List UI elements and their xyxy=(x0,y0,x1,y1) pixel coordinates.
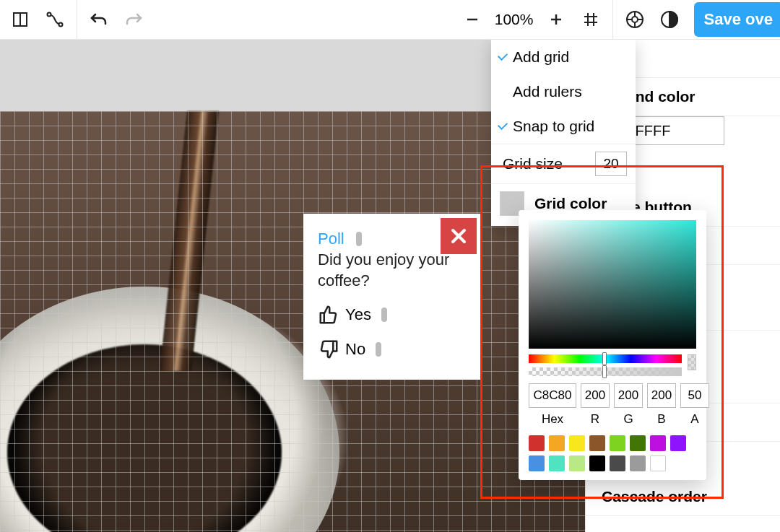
menu-add-grid[interactable]: Add grid xyxy=(491,40,636,74)
hex-label: Hex xyxy=(542,412,563,427)
svg-point-3 xyxy=(59,23,63,27)
poll-option-yes-label: Yes xyxy=(345,305,371,324)
hue-thumb[interactable] xyxy=(602,352,607,365)
color-saturation-field[interactable] xyxy=(529,220,696,349)
top-toolbar: 100% Save ove xyxy=(0,0,780,40)
path-icon[interactable] xyxy=(38,0,72,40)
poll-title: Poll xyxy=(318,230,344,248)
b-label: B xyxy=(657,412,665,427)
color-hex-input[interactable] xyxy=(529,383,576,408)
help-icon[interactable] xyxy=(618,0,652,40)
poll-title-bar xyxy=(356,232,362,246)
color-picker: Hex R G B A xyxy=(519,210,706,480)
swatch[interactable] xyxy=(650,455,666,471)
svg-point-2 xyxy=(48,13,51,17)
a-label: A xyxy=(690,412,698,427)
swatch[interactable] xyxy=(610,435,625,451)
swatch[interactable] xyxy=(670,435,686,451)
swatch[interactable] xyxy=(589,435,605,451)
swatch[interactable] xyxy=(630,435,646,451)
swatch[interactable] xyxy=(529,455,545,471)
swatch[interactable] xyxy=(589,455,605,471)
r-label: R xyxy=(591,412,599,427)
poll-close-button[interactable] xyxy=(441,218,477,254)
contrast-icon[interactable] xyxy=(652,0,687,40)
swatch[interactable] xyxy=(549,455,565,471)
poll-option-no[interactable]: No xyxy=(318,339,467,360)
thumbs-up-icon xyxy=(318,304,339,326)
g-label: G xyxy=(623,412,633,427)
color-b-input[interactable] xyxy=(647,383,676,408)
swatch[interactable] xyxy=(610,455,625,471)
color-hue-slider[interactable] xyxy=(529,354,682,363)
svg-point-12 xyxy=(632,17,638,22)
color-a-input[interactable] xyxy=(680,383,709,408)
color-g-input[interactable] xyxy=(614,383,643,408)
poll-option-yes[interactable]: Yes xyxy=(318,304,467,326)
zoom-level: 100% xyxy=(490,11,539,28)
menu-add-rulers[interactable]: Add rulers xyxy=(491,74,636,109)
undo-icon[interactable] xyxy=(82,0,116,40)
poll-widget[interactable]: Poll Did you enjoy your coffee? Yes No xyxy=(303,214,481,380)
poll-option-no-label: No xyxy=(345,340,365,359)
alpha-thumb[interactable] xyxy=(602,365,607,378)
save-button[interactable]: Save ove xyxy=(694,2,780,37)
swatch[interactable] xyxy=(630,455,646,471)
color-r-input[interactable] xyxy=(581,383,610,408)
menu-snap-to-grid[interactable]: Snap to grid xyxy=(491,109,636,144)
color-swatches xyxy=(529,435,696,471)
grid-size-input[interactable] xyxy=(595,152,627,176)
color-preview xyxy=(688,354,696,370)
side-cascade-label[interactable]: Cascade order xyxy=(586,478,780,516)
layout-icon[interactable] xyxy=(3,0,38,40)
swatch[interactable] xyxy=(569,455,585,471)
grid-dropdown: Add grid Add rulers Snap to grid Grid si… xyxy=(491,40,636,226)
grid-icon[interactable] xyxy=(573,0,608,40)
poll-yes-bar xyxy=(381,308,387,322)
zoom-out-icon[interactable] xyxy=(455,0,490,40)
swatch[interactable] xyxy=(569,435,585,451)
swatch[interactable] xyxy=(650,435,666,451)
poll-question: Did you enjoy your coffee? xyxy=(318,250,467,291)
color-alpha-slider[interactable] xyxy=(529,367,682,376)
swatch[interactable] xyxy=(529,435,545,451)
redo-icon[interactable] xyxy=(116,0,151,40)
swatch[interactable] xyxy=(549,435,565,451)
grid-size-label: Grid size xyxy=(503,155,563,173)
poll-no-bar xyxy=(376,342,381,357)
thumbs-down-icon xyxy=(318,339,339,360)
zoom-in-icon[interactable] xyxy=(539,0,573,40)
